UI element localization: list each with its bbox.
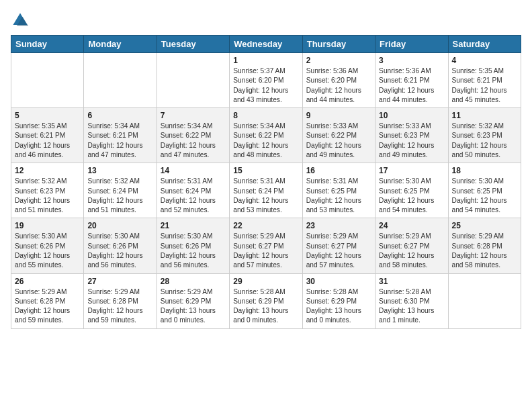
day-number: 24 [379,221,444,230]
logo [11,11,32,30]
day-number: 15 [233,166,298,175]
day-number: 20 [87,221,152,230]
cell-info: Sunrise: 5:34 AM Sunset: 6:22 PM Dayligh… [233,122,298,160]
calendar-cell: 1Sunrise: 5:37 AM Sunset: 6:20 PM Daylig… [230,53,302,108]
cell-info: Sunrise: 5:35 AM Sunset: 6:21 PM Dayligh… [15,122,80,160]
day-number: 17 [379,166,444,175]
cell-info: Sunrise: 5:28 AM Sunset: 6:30 PM Dayligh… [379,287,444,326]
day-number: 16 [306,166,371,175]
calendar-cell: 10Sunrise: 5:33 AM Sunset: 6:23 PM Dayli… [375,108,448,163]
calendar-header-sunday: Sunday [11,36,84,53]
calendar-cell: 2Sunrise: 5:36 AM Sunset: 6:20 PM Daylig… [302,53,375,108]
calendar-cell: 15Sunrise: 5:31 AM Sunset: 6:24 PM Dayli… [230,163,302,218]
day-number: 11 [452,111,517,120]
calendar-week-row: 1Sunrise: 5:37 AM Sunset: 6:20 PM Daylig… [11,53,521,108]
calendar-header-tuesday: Tuesday [157,36,229,53]
day-number: 2 [306,56,371,65]
calendar-cell: 3Sunrise: 5:36 AM Sunset: 6:21 PM Daylig… [375,53,448,108]
calendar-cell: 6Sunrise: 5:34 AM Sunset: 6:21 PM Daylig… [84,108,157,163]
calendar-cell [157,53,229,108]
cell-info: Sunrise: 5:34 AM Sunset: 6:21 PM Dayligh… [87,122,152,160]
cell-info: Sunrise: 5:30 AM Sunset: 6:26 PM Dayligh… [161,232,226,270]
day-number: 21 [161,221,226,230]
cell-info: Sunrise: 5:31 AM Sunset: 6:24 PM Dayligh… [161,177,226,215]
day-number: 23 [306,221,371,230]
calendar-cell: 29Sunrise: 5:28 AM Sunset: 6:29 PM Dayli… [230,273,302,328]
calendar-header-wednesday: Wednesday [230,36,302,53]
cell-info: Sunrise: 5:36 AM Sunset: 6:21 PM Dayligh… [379,66,444,105]
calendar-cell [11,53,84,108]
calendar-cell: 16Sunrise: 5:31 AM Sunset: 6:25 PM Dayli… [302,163,375,218]
calendar-cell: 19Sunrise: 5:30 AM Sunset: 6:26 PM Dayli… [11,218,84,273]
calendar-week-row: 5Sunrise: 5:35 AM Sunset: 6:21 PM Daylig… [11,108,521,163]
calendar-cell: 12Sunrise: 5:32 AM Sunset: 6:23 PM Dayli… [11,163,84,218]
cell-info: Sunrise: 5:29 AM Sunset: 6:29 PM Dayligh… [161,287,226,326]
day-number: 4 [452,56,517,65]
calendar-week-row: 26Sunrise: 5:29 AM Sunset: 6:28 PM Dayli… [11,273,521,328]
day-number: 8 [233,111,298,120]
day-number: 27 [87,277,152,286]
cell-info: Sunrise: 5:32 AM Sunset: 6:24 PM Dayligh… [87,177,152,215]
day-number: 31 [379,277,444,286]
calendar-cell: 17Sunrise: 5:30 AM Sunset: 6:25 PM Dayli… [375,163,448,218]
calendar-cell: 5Sunrise: 5:35 AM Sunset: 6:21 PM Daylig… [11,108,84,163]
cell-info: Sunrise: 5:29 AM Sunset: 6:27 PM Dayligh… [306,232,371,270]
calendar-cell: 30Sunrise: 5:28 AM Sunset: 6:29 PM Dayli… [302,273,375,328]
calendar-cell: 18Sunrise: 5:30 AM Sunset: 6:25 PM Dayli… [448,163,521,218]
day-number: 9 [306,111,371,120]
day-number: 28 [161,277,226,286]
cell-info: Sunrise: 5:30 AM Sunset: 6:25 PM Dayligh… [452,177,517,215]
cell-info: Sunrise: 5:29 AM Sunset: 6:27 PM Dayligh… [379,232,444,270]
day-number: 29 [233,277,298,286]
calendar-cell: 28Sunrise: 5:29 AM Sunset: 6:29 PM Dayli… [157,273,229,328]
cell-info: Sunrise: 5:33 AM Sunset: 6:23 PM Dayligh… [379,122,444,160]
calendar-cell: 7Sunrise: 5:34 AM Sunset: 6:22 PM Daylig… [157,108,229,163]
calendar-cell: 13Sunrise: 5:32 AM Sunset: 6:24 PM Dayli… [84,163,157,218]
day-number: 26 [15,277,80,286]
calendar-header-monday: Monday [84,36,157,53]
cell-info: Sunrise: 5:30 AM Sunset: 6:26 PM Dayligh… [87,232,152,270]
day-number: 3 [379,56,444,65]
cell-info: Sunrise: 5:31 AM Sunset: 6:25 PM Dayligh… [306,177,371,215]
calendar-cell [448,273,521,328]
day-number: 13 [87,166,152,175]
calendar-cell: 27Sunrise: 5:29 AM Sunset: 6:28 PM Dayli… [84,273,157,328]
day-number: 1 [233,56,298,65]
cell-info: Sunrise: 5:34 AM Sunset: 6:22 PM Dayligh… [161,122,226,160]
calendar-week-row: 12Sunrise: 5:32 AM Sunset: 6:23 PM Dayli… [11,163,521,218]
calendar-header-friday: Friday [375,36,448,53]
calendar-cell: 11Sunrise: 5:32 AM Sunset: 6:23 PM Dayli… [448,108,521,163]
day-number: 18 [452,166,517,175]
cell-info: Sunrise: 5:35 AM Sunset: 6:21 PM Dayligh… [452,66,517,105]
cell-info: Sunrise: 5:28 AM Sunset: 6:29 PM Dayligh… [306,287,371,326]
cell-info: Sunrise: 5:29 AM Sunset: 6:28 PM Dayligh… [87,287,152,326]
calendar-cell: 21Sunrise: 5:30 AM Sunset: 6:26 PM Dayli… [157,218,229,273]
calendar-cell: 23Sunrise: 5:29 AM Sunset: 6:27 PM Dayli… [302,218,375,273]
cell-info: Sunrise: 5:32 AM Sunset: 6:23 PM Dayligh… [15,177,80,215]
cell-info: Sunrise: 5:28 AM Sunset: 6:29 PM Dayligh… [233,287,298,326]
day-number: 7 [161,111,226,120]
calendar-header-thursday: Thursday [302,36,375,53]
calendar-cell: 26Sunrise: 5:29 AM Sunset: 6:28 PM Dayli… [11,273,84,328]
calendar-cell: 4Sunrise: 5:35 AM Sunset: 6:21 PM Daylig… [448,53,521,108]
day-number: 30 [306,277,371,286]
day-number: 12 [15,166,80,175]
cell-info: Sunrise: 5:29 AM Sunset: 6:28 PM Dayligh… [15,287,80,326]
cell-info: Sunrise: 5:29 AM Sunset: 6:27 PM Dayligh… [233,232,298,270]
day-number: 6 [87,111,152,120]
calendar-table: SundayMondayTuesdayWednesdayThursdayFrid… [11,35,521,329]
calendar-cell: 22Sunrise: 5:29 AM Sunset: 6:27 PM Dayli… [230,218,302,273]
day-number: 14 [161,166,226,175]
cell-info: Sunrise: 5:36 AM Sunset: 6:20 PM Dayligh… [306,66,371,105]
calendar-header-row: SundayMondayTuesdayWednesdayThursdayFrid… [11,36,521,53]
calendar-cell: 8Sunrise: 5:34 AM Sunset: 6:22 PM Daylig… [230,108,302,163]
calendar-week-row: 19Sunrise: 5:30 AM Sunset: 6:26 PM Dayli… [11,218,521,273]
cell-info: Sunrise: 5:33 AM Sunset: 6:22 PM Dayligh… [306,122,371,160]
calendar-cell: 25Sunrise: 5:29 AM Sunset: 6:28 PM Dayli… [448,218,521,273]
day-number: 5 [15,111,80,120]
day-number: 19 [15,221,80,230]
day-number: 22 [233,221,298,230]
cell-info: Sunrise: 5:29 AM Sunset: 6:28 PM Dayligh… [452,232,517,270]
page-header [11,11,521,30]
cell-info: Sunrise: 5:37 AM Sunset: 6:20 PM Dayligh… [233,66,298,105]
